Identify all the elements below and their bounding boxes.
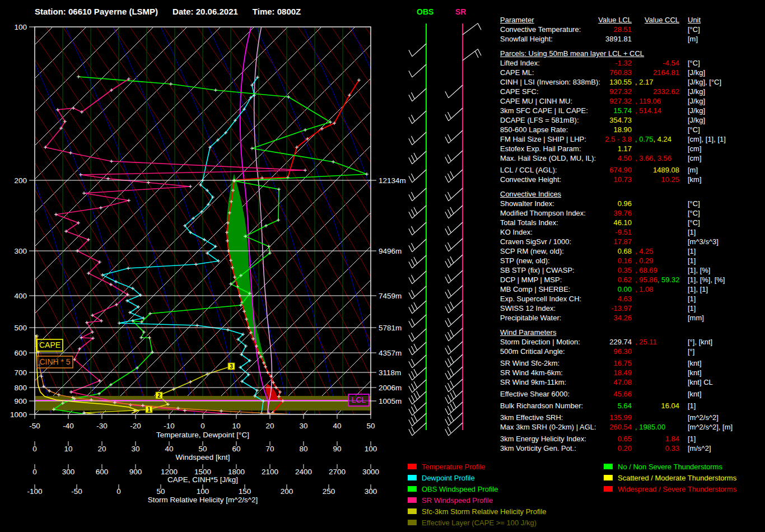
parameter-unit: [km] [688, 175, 702, 184]
parameter-unit: [°] [688, 347, 694, 356]
pressure-tick-label: 800 [14, 384, 27, 392]
parameter-label: Bulk Richardson Number: [500, 401, 583, 410]
parameter-value: 4.63 [618, 294, 632, 304]
parameter-unit: [1], [%], [%] [688, 275, 725, 284]
parameter-value: 0.16 [618, 256, 632, 265]
obs-wind-barbs [409, 44, 426, 436]
parameter-label: Effective Shear 6000: [500, 389, 570, 399]
height-label: 5781m [379, 324, 402, 332]
parameter-unit: [knt] [688, 368, 702, 377]
axis-tick-label: 50 [156, 487, 165, 496]
legend-label: Effective Layer (CAPE >= 100 J/kg) [422, 519, 537, 527]
parameter-row: SR Wind 9km-11km:47.08[knt] CL [500, 377, 764, 387]
effective-layer-band [35, 396, 370, 410]
axis-tick-label: 30 [299, 422, 307, 430]
parameter-unit: [m^3/s^3] [688, 237, 719, 246]
srh-km-marker-label: 2 [157, 393, 161, 399]
height-label: 1005m [379, 397, 402, 405]
parameter-label: CAPE ML: [500, 68, 534, 77]
axis-tick-label: -30 [96, 422, 108, 430]
parameter-label: SR Wind 9km-11km: [500, 377, 566, 387]
parameter-unit: [J/kg], [°C] [688, 77, 721, 87]
parameter-unit: [1] [688, 227, 696, 237]
parameter-unit: [1] [688, 304, 696, 313]
parameter-label: SR Wind Sfc-2km: [500, 358, 559, 368]
parameter-value: 17.87 [613, 237, 632, 246]
parameter-value: 354.73 [609, 115, 632, 125]
parameter-label: 500m Critical Angle: [500, 347, 565, 356]
parameter-row: 3km Effective SRH:135.99[m^2/s^2] [500, 413, 764, 422]
parameter-label: 3km Effective SRH: [500, 413, 563, 422]
legend-label: SR Windspeed Profile [422, 496, 493, 505]
parameter-label: Convective Temperature: [500, 25, 581, 34]
parameter-label: 3km Energy Helicity Index: [500, 434, 586, 444]
parameter-value: , 68.69 [635, 265, 657, 275]
parameter-label: Estofex Exp. Hail Param: [500, 144, 581, 153]
col-header-value-ccl: Value CCL [645, 15, 679, 25]
parameter-unit: [1] [688, 256, 696, 265]
height-label: 12134m [379, 176, 406, 185]
axis-tick-label: 60 [232, 445, 240, 453]
axis-tick-label: -100 [27, 487, 42, 496]
parameter-unit: [1] [688, 434, 696, 444]
parameter-row: Convective Temperature:28.51[°C] [500, 25, 764, 34]
parameter-unit: [°C] [688, 218, 700, 227]
parameter-label: Max. Hail Size (OLD, MU, IL): [500, 153, 596, 163]
axis-tick-label: 0 [32, 445, 37, 453]
parameter-unit: [mm] [688, 313, 704, 323]
parameter-value: 0.65 [618, 434, 632, 444]
parameter-value: 2.5 - 3.8 [605, 134, 632, 144]
axis-tick-label: 90 [333, 445, 341, 453]
axis-tick-label: 1800 [228, 468, 245, 476]
legend-swatch-icon [408, 464, 417, 469]
section-header: Convective Indices [500, 189, 764, 199]
parameter-label: 3km SFC CAPE | IL CAPE: [500, 106, 588, 115]
parameter-row: DCAPE (LFS = 581mB):354.73[J/kg] [500, 115, 764, 125]
parameter-row: CINH | LSI (Inversion: 838mB):130.55, 2.… [500, 77, 764, 87]
profile-legend-item: SR Windspeed Profile [408, 494, 547, 506]
parameter-row: 850-600 Lapse Rate:18.90[°C] [500, 125, 764, 134]
parameter-row: CAPE SFC:927.322332.62[J/kg] [500, 87, 764, 96]
parameter-row: STP (new, old):0.16, 0.29[1] [500, 256, 764, 265]
parameter-unit: [J/kg] [688, 115, 705, 125]
parameter-label: Exp. Supercell Index CH: [500, 294, 581, 304]
axis-tick-label: 250 [323, 487, 335, 496]
height-label: 2006m [379, 384, 402, 392]
parameter-label: CAPE SFC: [500, 87, 539, 96]
legend-swatch-icon [408, 508, 417, 514]
parameter-value: 1.17 [618, 144, 632, 153]
parameter-unit: [°C] [688, 199, 700, 208]
parameter-value: 927.32 [609, 96, 632, 106]
axis-tick-label: 0 [116, 487, 121, 496]
axis-1: 0102030405060708090100Windspeed [knt] [32, 441, 377, 461]
parameter-row: FM Hail Size | SHIP | LHP:2.5 - 3.8, 0.7… [500, 134, 764, 144]
axis-tick-label: 80 [299, 445, 307, 453]
legend-swatch-icon [604, 486, 613, 492]
axis-tick-label: 20 [97, 445, 106, 453]
parameter-unit: [m] [688, 34, 698, 44]
axis-tick-label: 50 [366, 422, 375, 430]
parameter-value: 46.10 [613, 218, 632, 227]
cinh-label: CINH * 5 [39, 357, 70, 366]
parameter-label: SCP RM (new, old): [500, 246, 564, 256]
axis-tick-label: 200 [281, 487, 293, 496]
axis-tick-label: 150 [239, 487, 251, 496]
parameter-label: Max 3km SRH (0-2km) | AGL: [500, 422, 596, 432]
section-header: Parcels: Using 50mB mean layer LCL + CCL [500, 49, 764, 58]
axis-tick-label: 30 [131, 445, 139, 453]
legend-swatch-icon [408, 475, 417, 480]
srh-km-marker-label: 3 [230, 363, 233, 370]
axis-tick-label: 100 [197, 487, 209, 496]
parameter-value: 0.33 [665, 444, 679, 453]
pressure-tick-label: 1000 [10, 410, 27, 419]
parameter-value: 0.35 [618, 265, 632, 275]
parameter-label: SWISS 12 Index: [500, 304, 556, 313]
col-header-unit: Unit [688, 15, 701, 25]
parameter-row: Total Totals Index:46.10[°C] [500, 218, 764, 227]
dry-adiabat-line [304, 27, 432, 414]
pressure-tick-label: 900 [14, 397, 27, 405]
profile-legend-item: Sfc-3km Storm Relative Helicity Profile [408, 506, 547, 517]
parameter-unit: [°C] [688, 208, 700, 218]
parameter-row: Exp. Supercell Index CH:4.63[1] [500, 294, 764, 304]
parameter-unit: [m/s^2] [688, 444, 711, 453]
